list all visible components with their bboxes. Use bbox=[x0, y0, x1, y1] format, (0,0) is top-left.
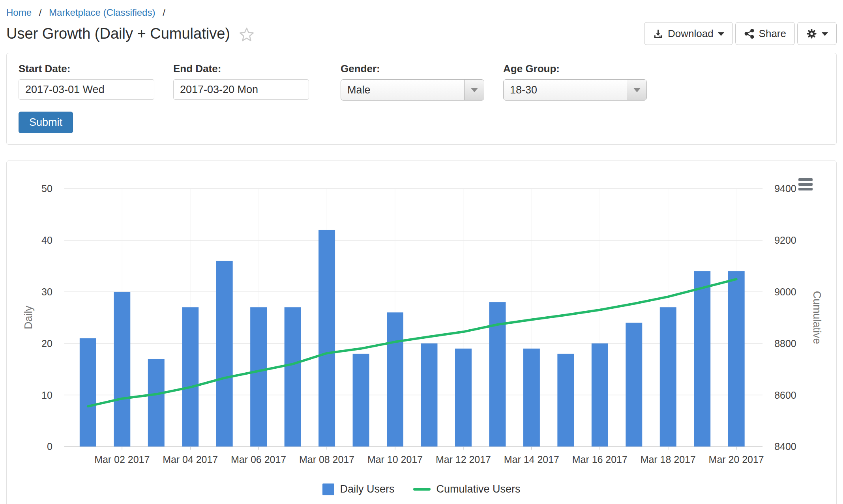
caret-down-icon bbox=[822, 32, 828, 36]
bar-mar-16-2017[interactable] bbox=[592, 343, 608, 447]
download-icon bbox=[653, 28, 663, 39]
legend-item-daily-users[interactable]: Daily Users bbox=[322, 483, 394, 495]
end-date-input[interactable] bbox=[173, 79, 309, 100]
caret-down-icon bbox=[718, 32, 724, 36]
caret-down-icon bbox=[464, 80, 484, 100]
gender-select[interactable]: Male bbox=[341, 79, 484, 101]
y-gridlines bbox=[64, 189, 762, 446]
svg-text:Mar 12 2017: Mar 12 2017 bbox=[436, 454, 491, 465]
right-axis-title: Cumulative bbox=[811, 291, 823, 344]
end-date-field: End Date: bbox=[173, 63, 309, 101]
header-buttons: Download Share bbox=[644, 22, 837, 45]
breadcrumb-link-home[interactable]: Home bbox=[6, 7, 32, 18]
svg-text:Mar 02 2017: Mar 02 2017 bbox=[94, 454, 150, 465]
svg-text:0: 0 bbox=[47, 441, 52, 452]
breadcrumb-separator: / bbox=[163, 7, 165, 18]
bar-mar-04-2017[interactable] bbox=[182, 307, 199, 446]
svg-text:9400: 9400 bbox=[774, 183, 796, 194]
start-date-field: Start Date: bbox=[19, 63, 154, 101]
share-alt-icon bbox=[744, 28, 755, 39]
svg-text:Mar 20 2017: Mar 20 2017 bbox=[709, 454, 764, 465]
breadcrumb-link-marketplace[interactable]: Marketplace (Classifieds) bbox=[49, 7, 155, 18]
daily-users-swatch bbox=[322, 483, 334, 495]
start-date-input[interactable] bbox=[19, 79, 154, 100]
bar-mar-20-2017[interactable] bbox=[728, 271, 745, 447]
svg-text:50: 50 bbox=[41, 183, 52, 194]
bar-mar-19-2017[interactable] bbox=[694, 271, 710, 447]
gender-field: Gender: Male bbox=[341, 63, 484, 101]
svg-text:Mar 04 2017: Mar 04 2017 bbox=[163, 454, 218, 465]
gender-label: Gender: bbox=[341, 63, 484, 75]
download-button-label: Download bbox=[668, 28, 714, 40]
svg-text:8400: 8400 bbox=[774, 441, 796, 452]
svg-text:Mar 06 2017: Mar 06 2017 bbox=[231, 454, 286, 465]
end-date-label: End Date: bbox=[173, 63, 309, 75]
start-date-label: Start Date: bbox=[19, 63, 154, 75]
bar-mar-02-2017[interactable] bbox=[114, 292, 130, 446]
svg-text:8600: 8600 bbox=[774, 390, 796, 401]
legend-item-cumulative-users[interactable]: Cumulative Users bbox=[413, 483, 520, 495]
hamburger-menu-icon[interactable] bbox=[798, 178, 813, 192]
svg-text:30: 30 bbox=[41, 286, 52, 297]
svg-text:20: 20 bbox=[41, 338, 52, 349]
svg-text:Mar 08 2017: Mar 08 2017 bbox=[299, 454, 354, 465]
page-title: User Growth (Daily + Cumulative) bbox=[6, 25, 230, 42]
legend-label: Cumulative Users bbox=[436, 483, 520, 495]
bar-mar-07-2017[interactable] bbox=[285, 307, 301, 446]
gender-select-value: Male bbox=[341, 84, 371, 96]
age-group-label: Age Group: bbox=[503, 63, 647, 75]
star-outline-icon[interactable] bbox=[239, 26, 255, 42]
settings-button[interactable] bbox=[797, 22, 837, 45]
chart-legend: Daily Users Cumulative Users bbox=[7, 483, 836, 495]
svg-text:Mar 10 2017: Mar 10 2017 bbox=[367, 454, 423, 465]
svg-text:9200: 9200 bbox=[774, 235, 796, 246]
bar-mar-01-2017[interactable] bbox=[80, 338, 96, 447]
filter-panel: Start Date: End Date: Gender: Male Age G… bbox=[6, 53, 837, 145]
svg-text:8800: 8800 bbox=[774, 338, 796, 349]
x-tick-labels: Mar 02 2017Mar 04 2017Mar 06 2017Mar 08 … bbox=[94, 454, 764, 465]
age-group-select-value: 18-30 bbox=[504, 84, 537, 96]
top-bar: Home / Marketplace (Classifieds) / User … bbox=[0, 0, 843, 45]
bar-mar-18-2017[interactable] bbox=[660, 307, 676, 446]
svg-text:Mar 14 2017: Mar 14 2017 bbox=[504, 454, 559, 465]
right-axis-labels: 840086008800900092009400 bbox=[774, 183, 796, 452]
download-button[interactable]: Download bbox=[644, 22, 733, 45]
svg-text:9000: 9000 bbox=[774, 286, 796, 297]
legend-label: Daily Users bbox=[340, 483, 394, 495]
bar-mar-09-2017[interactable] bbox=[353, 354, 369, 446]
submit-button[interactable]: Submit bbox=[19, 112, 73, 133]
svg-text:40: 40 bbox=[41, 235, 52, 246]
chart-panel: Mar 02 2017Mar 04 2017Mar 06 2017Mar 08 … bbox=[6, 161, 837, 504]
breadcrumb: Home / Marketplace (Classifieds) / bbox=[6, 7, 837, 18]
cumulative-users-swatch bbox=[413, 488, 431, 491]
bar-mar-05-2017[interactable] bbox=[216, 261, 233, 446]
bar-mar-15-2017[interactable] bbox=[557, 354, 574, 446]
breadcrumb-separator: / bbox=[39, 7, 42, 18]
bar-mar-11-2017[interactable] bbox=[421, 343, 438, 447]
svg-text:Mar 18 2017: Mar 18 2017 bbox=[641, 454, 696, 465]
bar-mar-06-2017[interactable] bbox=[250, 307, 267, 446]
age-group-field: Age Group: 18-30 bbox=[503, 63, 647, 101]
svg-text:10: 10 bbox=[41, 390, 52, 401]
left-axis-labels: 01020304050 bbox=[41, 183, 52, 452]
left-axis-title: Daily bbox=[22, 306, 34, 329]
share-button-label: Share bbox=[759, 28, 786, 40]
bar-mar-03-2017[interactable] bbox=[148, 359, 165, 446]
gear-icon bbox=[806, 28, 817, 39]
bar-mar-08-2017[interactable] bbox=[318, 230, 335, 446]
bar-mar-12-2017[interactable] bbox=[455, 349, 472, 447]
bar-mar-17-2017[interactable] bbox=[626, 323, 642, 446]
caret-down-icon bbox=[627, 80, 646, 100]
bar-mar-14-2017[interactable] bbox=[523, 349, 540, 447]
chart-svg: Mar 02 2017Mar 04 2017Mar 06 2017Mar 08 … bbox=[7, 161, 836, 504]
age-group-select[interactable]: 18-30 bbox=[503, 79, 647, 101]
share-button[interactable]: Share bbox=[735, 22, 795, 45]
bar-mar-10-2017[interactable] bbox=[387, 312, 403, 446]
svg-text:Mar 16 2017: Mar 16 2017 bbox=[572, 454, 628, 465]
